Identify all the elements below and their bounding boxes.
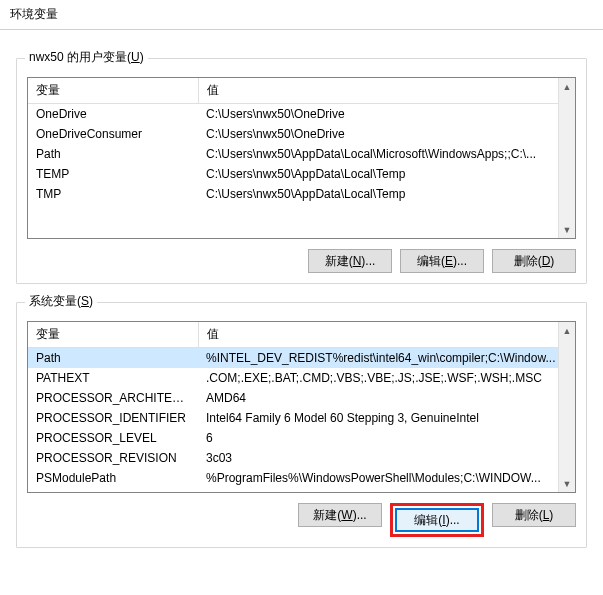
system-new-button[interactable]: 新建(W)... — [298, 503, 382, 527]
table-row[interactable]: TEMPC:\Users\nwx50\AppData\Local\Temp — [28, 164, 575, 184]
table-row[interactable]: PROCESSOR_LEVEL6 — [28, 428, 575, 448]
cell-variable: TEMP — [28, 164, 198, 184]
user-group-label: nwx50 的用户变量(U) — [25, 49, 148, 66]
system-group-label: 系统变量(S) — [25, 293, 97, 310]
table-row[interactable]: TMPC:\Users\nwx50\AppData\Local\Temp — [28, 184, 575, 204]
cell-value: 6 — [198, 428, 575, 448]
user-edit-button[interactable]: 编辑(E)... — [400, 249, 484, 273]
table-row[interactable]: PSModulePath%ProgramFiles%\WindowsPowerS… — [28, 468, 575, 488]
cell-value: C:\Users\nwx50\AppData\Local\Temp — [198, 164, 575, 184]
table-row[interactable]: PATHEXT.COM;.EXE;.BAT;.CMD;.VBS;.VBE;.JS… — [28, 368, 575, 388]
cell-value: C:\Users\nwx50\OneDrive — [198, 124, 575, 144]
user-new-button[interactable]: 新建(N)... — [308, 249, 392, 273]
dialog-content: nwx50 的用户变量(U) 变量 值 OneDriveC:\Users\nwx… — [0, 30, 603, 558]
cell-value: C:\Users\nwx50\AppData\Local\Temp — [198, 184, 575, 204]
edit-button-highlight: 编辑(I)... — [390, 503, 484, 537]
table-row[interactable]: OneDriveConsumerC:\Users\nwx50\OneDrive — [28, 124, 575, 144]
user-col-variable[interactable]: 变量 — [28, 78, 198, 104]
scroll-up-icon[interactable]: ▲ — [559, 322, 575, 339]
scroll-down-icon[interactable]: ▼ — [559, 475, 575, 492]
user-variables-group: nwx50 的用户变量(U) 变量 值 OneDriveC:\Users\nwx… — [16, 58, 587, 284]
cell-variable: Path — [28, 144, 198, 164]
cell-variable: PSModulePath — [28, 468, 198, 488]
cell-variable: PROCESSOR_REVISION — [28, 448, 198, 468]
table-row[interactable]: PROCESSOR_REVISION3c03 — [28, 448, 575, 468]
system-delete-button[interactable]: 删除(L) — [492, 503, 576, 527]
user-delete-button[interactable]: 删除(D) — [492, 249, 576, 273]
cell-variable: TMP — [28, 184, 198, 204]
table-row[interactable]: PathC:\Users\nwx50\AppData\Local\Microso… — [28, 144, 575, 164]
table-row[interactable]: Path%INTEL_DEV_REDIST%redist\intel64_win… — [28, 348, 575, 369]
cell-value: AMD64 — [198, 388, 575, 408]
cell-value: Intel64 Family 6 Model 60 Stepping 3, Ge… — [198, 408, 575, 428]
sys-col-variable[interactable]: 变量 — [28, 322, 198, 348]
dialog-title: 环境变量 — [0, 0, 603, 30]
cell-variable: PATHEXT — [28, 368, 198, 388]
user-vars-table-container: 变量 值 OneDriveC:\Users\nwx50\OneDriveOneD… — [27, 77, 576, 239]
system-table-scrollbar[interactable]: ▲ ▼ — [558, 322, 575, 492]
cell-variable: PROCESSOR_ARCHITECT... — [28, 388, 198, 408]
scroll-down-icon[interactable]: ▼ — [559, 221, 575, 238]
user-vars-table[interactable]: 变量 值 OneDriveC:\Users\nwx50\OneDriveOneD… — [28, 78, 575, 204]
cell-variable: OneDrive — [28, 104, 198, 125]
scroll-up-icon[interactable]: ▲ — [559, 78, 575, 95]
cell-value: .COM;.EXE;.BAT;.CMD;.VBS;.VBE;.JS;.JSE;.… — [198, 368, 575, 388]
system-vars-table-container: 变量 值 Path%INTEL_DEV_REDIST%redist\intel6… — [27, 321, 576, 493]
cell-value: %ProgramFiles%\WindowsPowerShell\Modules… — [198, 468, 575, 488]
table-row[interactable]: OneDriveC:\Users\nwx50\OneDrive — [28, 104, 575, 125]
cell-value: 3c03 — [198, 448, 575, 468]
table-row[interactable]: PROCESSOR_IDENTIFIERIntel64 Family 6 Mod… — [28, 408, 575, 428]
system-buttons-row: 新建(W)... 编辑(I)... 删除(L) — [27, 503, 576, 537]
cell-variable: OneDriveConsumer — [28, 124, 198, 144]
system-variables-group: 系统变量(S) 变量 值 Path%INTEL_DEV_REDIST%redis… — [16, 302, 587, 548]
cell-value: C:\Users\nwx50\OneDrive — [198, 104, 575, 125]
user-table-scrollbar[interactable]: ▲ ▼ — [558, 78, 575, 238]
user-buttons-row: 新建(N)... 编辑(E)... 删除(D) — [27, 249, 576, 273]
table-row[interactable]: PROCESSOR_ARCHITECT...AMD64 — [28, 388, 575, 408]
cell-value: C:\Users\nwx50\AppData\Local\Microsoft\W… — [198, 144, 575, 164]
user-col-value[interactable]: 值 — [198, 78, 575, 104]
system-vars-table[interactable]: 变量 值 Path%INTEL_DEV_REDIST%redist\intel6… — [28, 322, 575, 488]
cell-variable: PROCESSOR_IDENTIFIER — [28, 408, 198, 428]
cell-value: %INTEL_DEV_REDIST%redist\intel64_win\com… — [198, 348, 575, 369]
cell-variable: Path — [28, 348, 198, 369]
system-edit-button[interactable]: 编辑(I)... — [395, 508, 479, 532]
sys-col-value[interactable]: 值 — [198, 322, 575, 348]
cell-variable: PROCESSOR_LEVEL — [28, 428, 198, 448]
